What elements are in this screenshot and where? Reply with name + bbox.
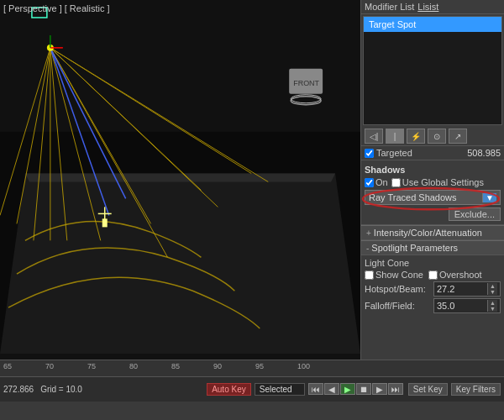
intensity-label: Intensity/Color/Attenuation: [374, 228, 482, 238]
show-cone-label[interactable]: Show Cone: [365, 270, 423, 280]
grid-info: Grid = 10.0: [37, 385, 82, 394]
set-key-btn[interactable]: Set Key: [408, 383, 448, 396]
properties-area: Targeted 508.985 Shadows On Use Global S…: [361, 146, 504, 360]
svg-marker-2: [25, 174, 335, 182]
status-bar: 272.866 Grid = 10.0 Auto Key Selected ⏮ …: [0, 377, 504, 402]
show-cone-checkbox[interactable]: [365, 270, 374, 280]
selected-display: Selected: [255, 383, 305, 396]
light-cone-options: Show Cone Overshoot: [365, 269, 501, 281]
falloff-field-row: Falloff/Field: 35.0 ▲ ▼: [365, 297, 501, 314]
falloff-up[interactable]: ▲: [488, 300, 497, 306]
viewport-label: [ Perspective ] [ Realistic ]: [3, 3, 110, 13]
tick-80: 80: [129, 362, 138, 370]
light-cone-label: Light Cone: [365, 257, 501, 269]
svg-text:FRONT: FRONT: [293, 79, 319, 87]
target-spot-item[interactable]: Target Spot: [364, 17, 501, 32]
bottom-area: 65 70 75 80 85 90 95 100 272.866 Grid = …: [0, 360, 504, 402]
falloff-spinner[interactable]: ▲ ▼: [487, 300, 497, 312]
tick-90: 90: [213, 362, 222, 370]
falloff-field-label: Falloff/Field:: [365, 301, 432, 311]
timeline-ruler[interactable]: 65 70 75 80 85 90 95 100: [0, 360, 504, 377]
icon-btn-circle[interactable]: ⊙: [428, 129, 446, 144]
play-btn-main[interactable]: ▶: [340, 383, 355, 395]
tick-100: 100: [297, 362, 310, 370]
svg-marker-1: [0, 174, 360, 354]
playback-controls: ⏮ ◀ ▶ ⏹ ▶ ⏭: [308, 383, 403, 395]
shadows-on-checkbox[interactable]: [365, 178, 374, 187]
modifier-list-box: Target Spot: [363, 16, 502, 125]
icon-toolbar: ◁| | ⚡ ⊙ ↗: [361, 127, 504, 146]
hotspot-beam-spinner[interactable]: ▲ ▼: [487, 283, 497, 295]
spotlight-section: Light Cone Show Cone Overshoot Hot: [361, 255, 504, 316]
icon-btn-center[interactable]: |: [386, 129, 404, 144]
tick-70: 70: [45, 362, 54, 370]
hotspot-beam-input[interactable]: 27.2 ▲ ▼: [433, 281, 501, 297]
icon-btn-light[interactable]: ⚡: [407, 129, 425, 144]
ray-traced-dropdown[interactable]: Ray Traced Shadows ▼: [365, 190, 501, 205]
spotlight-label: Spotlight Parameters: [371, 243, 458, 253]
falloff-down[interactable]: ▼: [488, 306, 497, 312]
intensity-toggle[interactable]: +: [366, 228, 371, 238]
next-key-btn[interactable]: ▶: [372, 383, 387, 395]
coord-display: 272.866: [3, 385, 34, 394]
right-panel: Modifier List Lisist Target Spot ◁| | ⚡ …: [361, 0, 504, 360]
shadows-on-row: On Use Global Settings: [365, 176, 501, 188]
shadows-title: Shadows: [365, 163, 501, 176]
modifier-list-header: Modifier List Lisist: [361, 0, 504, 14]
autokey-btn[interactable]: Auto Key: [207, 383, 251, 396]
svg-point-21: [291, 97, 321, 105]
next-frame-btn[interactable]: ⏭: [388, 383, 403, 395]
stop-btn[interactable]: ⏹: [356, 383, 371, 395]
targeted-row: Targeted 508.985: [361, 146, 504, 160]
prev-frame-btn[interactable]: ⏮: [308, 383, 323, 395]
ray-traced-dropdown-row: Ray Traced Shadows ▼: [365, 190, 501, 205]
use-global-checkbox[interactable]: [391, 178, 401, 187]
hotspot-up[interactable]: ▲: [488, 283, 497, 289]
spotlight-toggle[interactable]: -: [366, 244, 369, 253]
spotlight-section-header[interactable]: - Spotlight Parameters: [361, 240, 504, 255]
targeted-checkbox[interactable]: [365, 149, 374, 158]
use-global-label[interactable]: Use Global Settings: [391, 177, 484, 187]
tick-85: 85: [171, 362, 180, 370]
shadows-on-label[interactable]: On: [365, 177, 388, 187]
targeted-value: 508.985: [467, 148, 501, 158]
viewport[interactable]: [ Perspective ] [ Realistic ]: [0, 0, 361, 360]
key-filters-btn[interactable]: Key Filters: [451, 383, 501, 396]
lisist-link[interactable]: Lisist: [417, 2, 438, 12]
tick-65: 65: [3, 362, 12, 370]
targeted-label: Targeted: [376, 148, 467, 158]
icon-btn-left[interactable]: ◁|: [365, 129, 383, 144]
hotspot-beam-row: Hotspot/Beam: 27.2 ▲ ▼: [365, 281, 501, 297]
svg-rect-25: [102, 218, 108, 227]
icon-btn-arrow[interactable]: ↗: [449, 129, 467, 144]
falloff-field-input[interactable]: 35.0 ▲ ▼: [433, 298, 501, 313]
hotspot-down[interactable]: ▼: [488, 289, 497, 295]
shadows-section: Shadows On Use Global Settings: [361, 160, 504, 225]
dropdown-arrow[interactable]: ▼: [482, 193, 496, 202]
intensity-section-header[interactable]: + Intensity/Color/Attenuation: [361, 225, 504, 240]
prev-key-btn[interactable]: ◀: [324, 383, 339, 395]
tick-95: 95: [255, 362, 264, 370]
exclude-row: Exclude...: [365, 207, 501, 222]
overshoot-label[interactable]: Overshoot: [428, 270, 482, 280]
modifier-list-label: Modifier List: [365, 2, 414, 12]
overshoot-checkbox[interactable]: [428, 270, 438, 280]
exclude-btn[interactable]: Exclude...: [449, 207, 501, 221]
tick-75: 75: [87, 362, 96, 370]
hotspot-beam-label: Hotspot/Beam:: [365, 284, 432, 294]
